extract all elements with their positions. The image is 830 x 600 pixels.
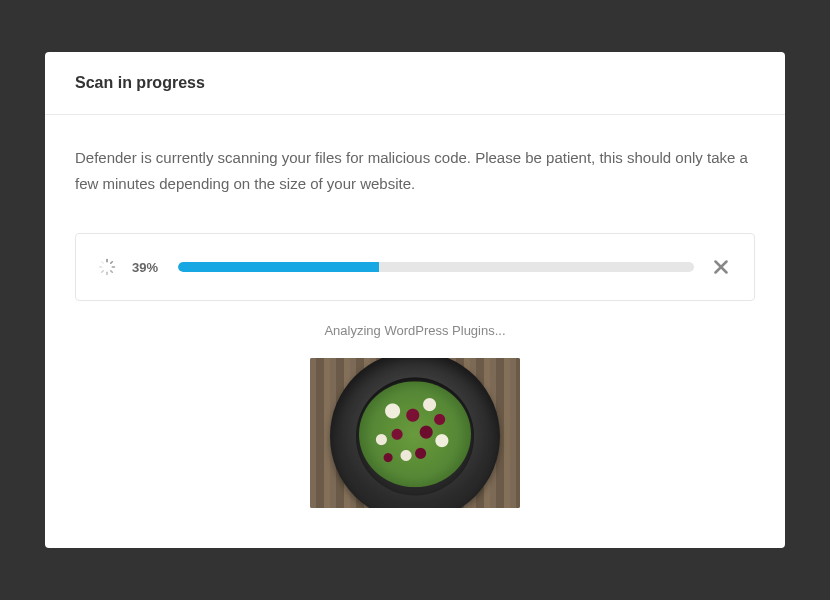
progress-bar-track: [178, 262, 694, 272]
preview-container: [75, 358, 755, 508]
svg-rect-1: [110, 261, 114, 265]
progress-panel: 39%: [75, 233, 755, 301]
scan-progress-card: Scan in progress Defender is currently s…: [45, 52, 785, 549]
progress-percent: 39%: [132, 260, 162, 275]
progress-status: Analyzing WordPress Plugins...: [75, 323, 755, 338]
scan-description: Defender is currently scanning your file…: [75, 145, 755, 198]
svg-rect-2: [112, 267, 116, 269]
cancel-scan-button[interactable]: [710, 256, 732, 278]
card-title: Scan in progress: [75, 74, 755, 92]
svg-rect-6: [99, 267, 103, 269]
svg-rect-7: [101, 261, 105, 265]
svg-rect-4: [106, 272, 108, 276]
card-header: Scan in progress: [45, 52, 785, 115]
svg-rect-3: [110, 270, 114, 274]
svg-rect-0: [106, 259, 108, 263]
preview-food: [359, 382, 471, 488]
scanned-file-preview: [310, 358, 520, 508]
card-body: Defender is currently scanning your file…: [45, 115, 785, 549]
preview-plate: [330, 358, 500, 508]
svg-rect-5: [101, 270, 105, 274]
close-icon: [714, 260, 728, 274]
progress-bar-fill: [178, 262, 379, 272]
spinner-icon: [98, 258, 116, 276]
